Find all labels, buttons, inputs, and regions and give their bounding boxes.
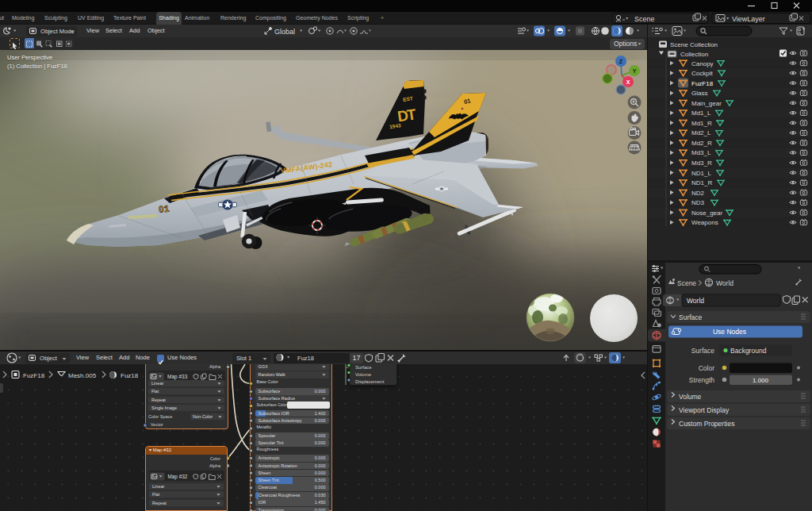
- svg-text:Md2_L: Md2_L: [691, 129, 711, 136]
- svg-text:FuzF18: FuzF18: [691, 80, 714, 87]
- svg-text:1.000: 1.000: [753, 377, 769, 384]
- svg-text:Main_gear: Main_gear: [691, 100, 722, 107]
- svg-text:Use Nodes: Use Nodes: [713, 328, 746, 336]
- svg-text:Md1_L: Md1_L: [691, 110, 711, 117]
- svg-text:Canopy: Canopy: [691, 60, 714, 67]
- svg-text:Scene Collection: Scene Collection: [670, 41, 718, 48]
- svg-text:Cockpit: Cockpit: [691, 70, 713, 77]
- svg-text:Color: Color: [699, 364, 714, 372]
- svg-text:Custom Properties: Custom Properties: [679, 420, 734, 428]
- svg-text:Weapons: Weapons: [691, 219, 718, 226]
- svg-text:Background: Background: [730, 347, 767, 355]
- svg-text:Md1_R: Md1_R: [691, 120, 712, 127]
- svg-text:Strength: Strength: [689, 376, 714, 384]
- svg-text:Scene: Scene: [634, 15, 655, 23]
- svg-text:Surface: Surface: [679, 313, 703, 321]
- svg-text:Surface: Surface: [691, 347, 715, 355]
- svg-text:Global: Global: [274, 28, 295, 36]
- svg-text:X: X: [626, 79, 630, 85]
- svg-text:01: 01: [159, 204, 170, 214]
- svg-text:ND2: ND2: [691, 190, 705, 197]
- svg-text:ND1_L: ND1_L: [691, 170, 711, 177]
- svg-text:Md2_R: Md2_R: [691, 140, 712, 147]
- svg-text:Volume: Volume: [679, 393, 702, 401]
- svg-text:Z: Z: [619, 59, 623, 64]
- svg-text:World: World: [716, 279, 733, 287]
- svg-text:Map #33: Map #33: [167, 374, 188, 380]
- svg-text:ND1_R: ND1_R: [691, 179, 712, 186]
- svg-text:Map #32: Map #32: [167, 474, 187, 480]
- svg-text:Y: Y: [633, 68, 637, 74]
- svg-text:Md3_L: Md3_L: [691, 149, 711, 156]
- svg-text:Scene: Scene: [677, 279, 696, 287]
- svg-text:Nose_gear: Nose_gear: [691, 209, 722, 217]
- svg-text:Md3_R: Md3_R: [691, 159, 712, 167]
- svg-text:Viewport Display: Viewport Display: [679, 406, 730, 414]
- svg-text:World: World: [687, 297, 704, 305]
- svg-text:Collection: Collection: [680, 51, 708, 58]
- svg-text:ViewLayer: ViewLayer: [732, 15, 765, 23]
- svg-text:ND3: ND3: [691, 199, 705, 206]
- svg-text:Glass: Glass: [691, 90, 707, 97]
